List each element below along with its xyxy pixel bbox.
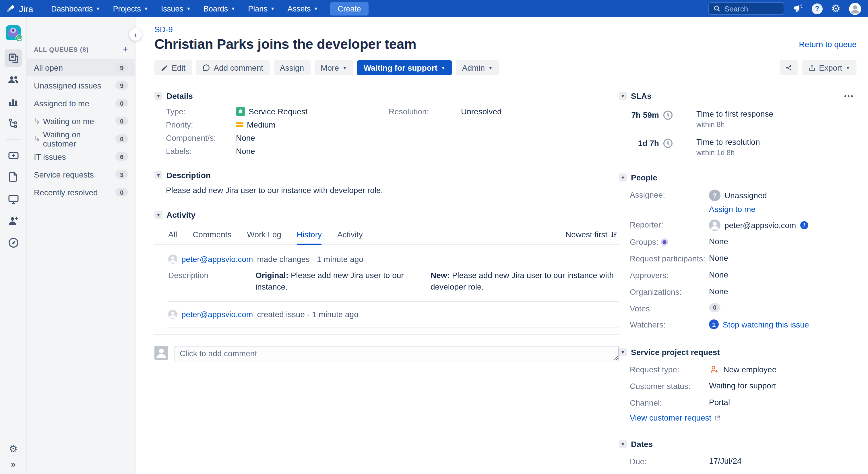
edit-button[interactable]: Edit: [154, 60, 192, 75]
settings-icon[interactable]: ⚙: [831, 3, 840, 14]
sla-name: Time to resolution: [696, 137, 760, 147]
sidebar-structure-icon[interactable]: [5, 115, 22, 132]
queue-item-all-open[interactable]: All open 9: [27, 59, 135, 77]
queue-item-service-requests[interactable]: Service requests 3: [27, 166, 135, 183]
stop-watching-link[interactable]: Stop watching this issue: [723, 320, 809, 329]
sidebar-customers-icon[interactable]: [5, 71, 22, 88]
nav-boards[interactable]: Boards▼: [197, 0, 242, 17]
service-request-section-header: ▼ Service project request: [619, 348, 857, 357]
sidebar-display-icon[interactable]: [5, 190, 22, 207]
expand-sidebar-icon[interactable]: »: [11, 460, 16, 468]
search-input[interactable]: [724, 4, 776, 13]
nav-dashboards[interactable]: Dashboards▼: [45, 0, 106, 17]
queue-count-badge: 0: [115, 99, 128, 108]
sidebar-reports-icon[interactable]: [5, 93, 22, 110]
groups-app-icon[interactable]: [661, 238, 668, 246]
queue-item-assigned-to-me[interactable]: Assigned to me 0: [27, 94, 135, 112]
sidebar-discover-icon[interactable]: [5, 234, 22, 251]
project-icon-rail: ⚙ »: [0, 17, 27, 474]
comment-composer: [154, 346, 619, 361]
tab-history[interactable]: History: [297, 230, 322, 239]
issue-title: Christian Parks joins the developer team: [154, 36, 857, 52]
components-value: None: [236, 133, 389, 143]
return-to-queue-link[interactable]: Return to queue: [799, 40, 857, 49]
tab-activity[interactable]: Activity: [337, 230, 363, 239]
created-date-value: Just now: [709, 473, 857, 474]
search-box[interactable]: [708, 2, 784, 15]
activity-section-header: ▼ Activity: [154, 210, 619, 219]
issue-key-link[interactable]: SD-9: [154, 25, 173, 34]
nav-projects[interactable]: Projects▼: [106, 0, 154, 17]
comment-input[interactable]: [175, 346, 619, 361]
collapse-sidebar-button[interactable]: ‹: [129, 28, 142, 41]
history-user-link[interactable]: peter@appsvio.com: [181, 255, 253, 264]
add-queue-button[interactable]: +: [123, 45, 128, 54]
collapse-section-icon[interactable]: ▼: [619, 92, 627, 100]
tab-comments[interactable]: Comments: [193, 230, 231, 239]
current-user-avatar: [154, 346, 168, 359]
create-button[interactable]: Create: [330, 2, 368, 15]
more-button[interactable]: More▼: [314, 60, 353, 75]
nav-issues[interactable]: Issues▼: [155, 0, 197, 17]
queue-item-it-issues[interactable]: IT issues 6: [27, 148, 135, 166]
slas-more-actions-icon[interactable]: •••: [844, 92, 857, 99]
queue-item-waiting-on-customer[interactable]: ↳ Waiting on customer 0: [27, 130, 135, 148]
external-link-icon: [714, 415, 720, 421]
rail-bottom: ⚙ »: [9, 444, 18, 468]
reporter-value: peter@appsvio.com: [724, 220, 796, 230]
assign-to-me-link[interactable]: Assign to me: [709, 205, 857, 214]
divider: [168, 327, 619, 327]
collapse-section-icon[interactable]: ▼: [619, 440, 627, 448]
queue-item-waiting-on-me[interactable]: ↳ Waiting on me 0: [27, 112, 135, 130]
collapse-section-icon[interactable]: ▼: [619, 349, 627, 356]
chevron-down-icon: ▼: [144, 6, 148, 11]
collapse-section-icon[interactable]: ▼: [154, 171, 162, 179]
share-button[interactable]: [779, 60, 798, 75]
announcements-icon[interactable]: [793, 3, 803, 14]
divider: [168, 301, 619, 301]
jira-logo[interactable]: Jira: [6, 4, 33, 13]
due-date-value: 17/Jul/24: [709, 456, 857, 465]
history-user-link[interactable]: peter@appsvio.com: [181, 309, 253, 319]
collapse-section-icon[interactable]: ▼: [154, 211, 162, 219]
queue-item-unassigned-issues[interactable]: Unassigned issues 9: [27, 77, 135, 94]
queue-count-badge: 9: [115, 63, 128, 72]
user-avatar[interactable]: [849, 3, 861, 14]
project-settings-icon[interactable]: ⚙: [9, 444, 18, 454]
help-icon[interactable]: ?: [812, 3, 823, 14]
clock-icon: [662, 109, 673, 121]
channel-row: Channel: Portal: [619, 397, 857, 409]
request-type-value: New employee: [723, 365, 776, 374]
export-button[interactable]: Export▼: [802, 60, 857, 75]
admin-button[interactable]: Admin▼: [456, 60, 499, 75]
groups-value: None: [709, 237, 857, 246]
add-comment-button[interactable]: Add comment: [196, 60, 270, 75]
tab-work-log[interactable]: Work Log: [247, 230, 281, 239]
info-icon[interactable]: i: [800, 221, 808, 229]
status-button[interactable]: Waiting for support▼: [358, 60, 452, 75]
comment-bubble-icon: [202, 64, 210, 72]
sidebar-card-add-icon[interactable]: [5, 147, 22, 164]
sidebar-queues-icon[interactable]: [5, 50, 22, 67]
sort-order-control[interactable]: Newest first: [565, 230, 619, 239]
nav-plans[interactable]: Plans▼: [242, 0, 281, 17]
queue-count-badge: 3: [115, 170, 128, 179]
queue-item-recently-resolved[interactable]: Recently resolved 0: [27, 183, 135, 201]
sidebar-document-icon[interactable]: [5, 168, 22, 185]
chevron-down-icon: ▼: [186, 6, 191, 11]
created-date-row: Created: Just now: [619, 473, 857, 474]
project-avatar[interactable]: [6, 25, 21, 40]
due-date-row: Due: 17/Jul/24: [619, 456, 857, 467]
assign-button[interactable]: Assign: [274, 60, 310, 75]
export-icon: [808, 64, 815, 71]
sla-row: 7h 59m Time to first response within 8h: [619, 109, 857, 129]
queues-header-label: ALL QUEUES (8): [34, 46, 89, 53]
view-customer-request-link[interactable]: View customer request: [630, 413, 857, 422]
tab-all[interactable]: All: [168, 230, 177, 239]
sidebar-invite-people-icon[interactable]: [5, 212, 22, 229]
collapse-section-icon[interactable]: ▼: [619, 174, 627, 182]
chevron-down-icon: ▼: [441, 65, 445, 71]
resolution-value: Unresolved: [461, 107, 619, 116]
collapse-section-icon[interactable]: ▼: [154, 92, 162, 100]
nav-assets[interactable]: Assets▼: [281, 0, 324, 17]
